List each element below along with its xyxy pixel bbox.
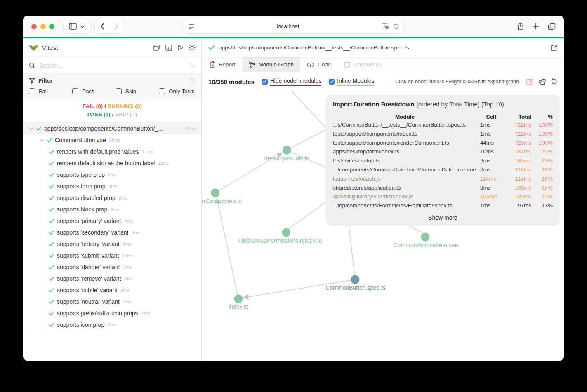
chevron-down-icon[interactable] xyxy=(29,127,33,130)
translate-icon[interactable]: A x xyxy=(382,23,389,30)
tree-test-row[interactable]: supports 'submit' variant12ms xyxy=(23,250,201,261)
tree-test-row[interactable]: supports prefix/suffix icon props2ms xyxy=(23,307,201,319)
run-all-icon[interactable] xyxy=(177,45,183,51)
filter-funnel-icon xyxy=(29,78,35,84)
tree-test-row[interactable]: supports 'primary' variant4ms xyxy=(23,215,201,227)
duration-value: 8ms xyxy=(480,185,502,191)
tab-module-graph[interactable]: Module Graph xyxy=(242,57,301,72)
duration-value: 1ms xyxy=(480,131,502,137)
search-bar[interactable]: Search... xyxy=(23,57,201,74)
filter-checkbox-fail[interactable]: Fail xyxy=(29,88,72,94)
dashboard-windows-icon[interactable] xyxy=(153,45,160,51)
duration-table-row[interactable]: tests/support/components/renderComponent… xyxy=(333,140,553,149)
close-window-button[interactable] xyxy=(31,24,37,29)
tree-test-row[interactable]: supports 'danger' variant3ms xyxy=(23,261,201,273)
schema-layout-icon[interactable] xyxy=(539,79,546,85)
search-input[interactable]: Search... xyxy=(39,62,185,69)
filter-checkbox-only-tests[interactable]: Only Tests xyxy=(159,88,195,94)
graph-node-label: CommonButton.spec.ts xyxy=(325,284,386,291)
clear-filters-icon[interactable] xyxy=(189,78,196,84)
tree-suite-row[interactable]: CommonButton.vue90ms xyxy=(23,134,201,146)
tree-test-row[interactable]: supports 'neutral' variant3ms xyxy=(23,296,201,307)
duration-table-row[interactable]: shared/stores/application.ts8ms108ms15% xyxy=(333,185,553,194)
tree-test-row[interactable]: supports 'remove' variant3ms xyxy=(23,273,201,284)
inline-modules-checkbox[interactable]: Inline Modules xyxy=(329,77,374,86)
filter-checkbox-skip[interactable]: Skip xyxy=(116,88,159,94)
minimize-window-button[interactable] xyxy=(40,24,46,29)
graph-edge xyxy=(287,129,327,150)
test-duration: 3ms xyxy=(108,322,116,327)
app-title: Vitest xyxy=(42,44,58,51)
clear-search-filter-icon[interactable] xyxy=(189,63,196,68)
test-duration: 6ms xyxy=(111,207,119,212)
panel-subtitle: (ordered by Total Time) (Top 10) xyxy=(416,101,504,108)
tree-file-row[interactable]: apps/desktop/components/CommonButton/_..… xyxy=(23,123,201,134)
filter-title: Filter xyxy=(38,77,52,84)
graph-node-label: renderComponent.ts xyxy=(202,198,242,204)
show-more-button[interactable]: Show more xyxy=(333,214,553,221)
test-label: supports prefix/suffix icon props xyxy=(57,310,138,317)
duration-table-row[interactable]: tests/vitest.setup.ts9ms165ms23% xyxy=(333,157,553,167)
tree-test-row[interactable]: supports block prop6ms xyxy=(23,204,201,215)
tree-test-row[interactable]: renders with default prop values17ms xyxy=(23,146,201,157)
test-duration: 91ms xyxy=(185,126,196,131)
tree-test-row[interactable]: supports 'secondary' variant4ms xyxy=(23,227,201,238)
tree-test-row[interactable]: supports disabled prop6ms xyxy=(23,192,201,204)
import-duration-panel: Import Duration Breakdown (ordered by To… xyxy=(326,95,560,226)
tree-test-row[interactable]: renders default slot as the button label… xyxy=(23,157,201,169)
pass-check-icon xyxy=(49,196,54,200)
share-icon[interactable] xyxy=(517,22,524,31)
graph-node-commonActionMenu[interactable] xyxy=(421,233,430,242)
filter-checkbox-pass[interactable]: Pass xyxy=(72,88,116,94)
duration-table-row[interactable]: apps/desktop/form/index.ts10ms182ms25% xyxy=(333,148,553,157)
duration-table-toggle-icon[interactable] xyxy=(526,79,533,85)
tree-test-row[interactable]: supports icon prop3ms xyxy=(23,319,201,331)
duration-table-row[interactable]: ...top/components/Form/fields/FieldDate/… xyxy=(333,202,553,211)
module-graph-canvas[interactable]: desktopVisuals.tsrenderComponent.tsField… xyxy=(202,91,564,361)
graph-node-desktopVisuals[interactable] xyxy=(283,146,291,155)
forward-button[interactable] xyxy=(109,23,123,30)
test-duration: 3ms xyxy=(125,276,133,281)
duration-table-row[interactable]: tests/support/components/index.ts1ms722m… xyxy=(333,131,553,140)
sidebar-toggle-button[interactable] xyxy=(64,19,90,33)
address-bar[interactable]: localhost A x xyxy=(184,19,403,33)
pass-check-icon xyxy=(49,150,54,154)
reload-icon[interactable] xyxy=(393,23,399,30)
back-button[interactable] xyxy=(95,23,109,30)
tab-code[interactable]: Code xyxy=(300,57,337,72)
graph-node-renderComponent[interactable] xyxy=(211,189,220,197)
graph-edge xyxy=(217,199,238,299)
duration-table-row[interactable]: ...s/CommonButton/__tests__/CommonButton… xyxy=(333,122,553,131)
pass-check-icon xyxy=(49,300,54,304)
pass-check-icon xyxy=(49,207,54,212)
test-duration: 6ms xyxy=(119,195,127,200)
theme-toggle-icon[interactable] xyxy=(189,44,196,51)
graph-node-commonButtonSpec[interactable] xyxy=(351,275,360,284)
duration-table-row[interactable]: @testing-library/vue/dist/index.js105ms1… xyxy=(333,193,553,202)
open-external-icon[interactable] xyxy=(551,45,557,51)
new-tab-icon[interactable] xyxy=(533,23,539,30)
tree-test-row[interactable]: supports 'subtle' variant2ms xyxy=(23,284,201,296)
tab-report[interactable]: Report xyxy=(203,57,242,72)
graph-node-index[interactable] xyxy=(234,295,243,303)
tree-test-row[interactable]: supports type prop6ms xyxy=(23,169,201,181)
reader-view-icon[interactable] xyxy=(188,23,195,29)
module-view-icon[interactable] xyxy=(165,45,172,51)
chevron-down-icon[interactable] xyxy=(40,139,44,142)
zoom-window-button[interactable] xyxy=(49,24,54,29)
duration-table-row[interactable]: .../components/CommonDateTime/CommonDate… xyxy=(333,167,553,176)
file-breadcrumb-bar: apps/desktop/components/CommonButton/__t… xyxy=(202,38,564,57)
test-tree: apps/desktop/components/CommonButton/_..… xyxy=(23,123,201,361)
test-duration: 12ms xyxy=(122,253,133,258)
duration-value: 722ms xyxy=(506,122,531,128)
graph-node-fieldGroupPermissionsInput[interactable] xyxy=(282,228,291,237)
tree-test-row[interactable]: supports 'tertiary' variant4ms xyxy=(23,238,201,250)
duration-value: 16% xyxy=(535,176,553,182)
hide-node-modules-checkbox[interactable]: Hide node_modules xyxy=(262,77,322,86)
duration-table-row[interactable]: lodash-es/lodash.js114ms114ms16% xyxy=(333,176,553,185)
tab-overview-icon[interactable] xyxy=(548,23,556,30)
reset-graph-icon[interactable] xyxy=(551,78,557,85)
graph-edge xyxy=(348,221,355,279)
tree-test-row[interactable]: supports form prop4ms xyxy=(23,181,201,192)
search-icon xyxy=(29,62,35,69)
